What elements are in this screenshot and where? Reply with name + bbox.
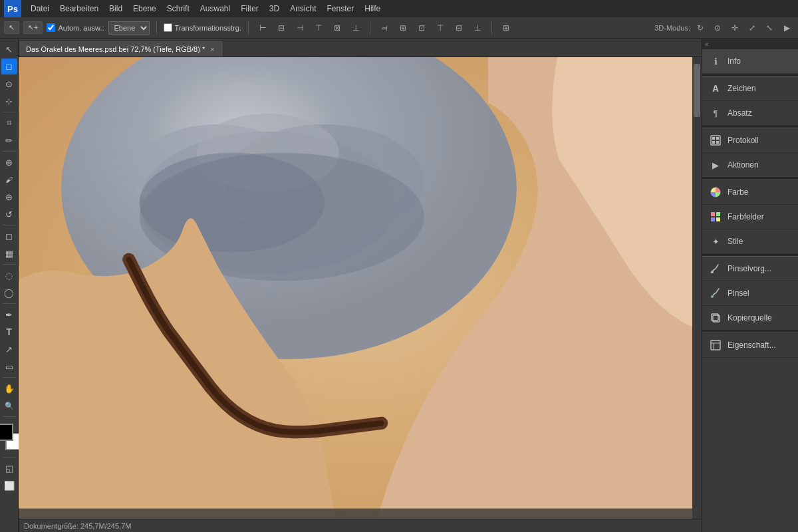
align-bottom-icon[interactable]: ⊥	[348, 21, 363, 35]
magic-wand-tool[interactable]: ⊹	[1, 93, 17, 109]
3d-pan-icon[interactable]: ✛	[728, 21, 742, 35]
tool-sep-5	[3, 303, 16, 304]
distribute-center-v-icon[interactable]: ⊟	[452, 21, 466, 35]
auto-select-input[interactable]	[47, 23, 55, 32]
menu-hilfe[interactable]: Hilfe	[359, 2, 386, 15]
marquee-tool[interactable]: □	[1, 59, 17, 74]
select-all-btn[interactable]: ↖+	[23, 21, 43, 34]
tool-sep-3	[3, 225, 16, 225]
distribute-bottom-icon[interactable]: ⊥	[470, 21, 485, 35]
status-text: Dokumentgröße: 245,7M/245,7M	[24, 522, 131, 530]
menu-ansicht[interactable]: Ansicht	[285, 2, 321, 15]
scrollbar-thumb[interactable]	[694, 64, 700, 117]
quick-mask-btn[interactable]: ◱	[1, 460, 17, 476]
panel-expand-icon[interactable]: «	[705, 41, 709, 48]
vertical-scrollbar[interactable]	[692, 57, 702, 519]
farbe-icon	[709, 186, 722, 199]
crop-tool[interactable]: ⌗	[1, 115, 17, 131]
svg-rect-16	[711, 212, 715, 216]
tab-close-btn[interactable]: ×	[210, 45, 214, 53]
canvas-tab[interactable]: Das Orakel des Meeres.psd bei 72,7% (Tie…	[19, 41, 223, 57]
screen-mode-btn[interactable]: ⬜	[1, 477, 17, 493]
align-top-icon[interactable]: ⊤	[311, 21, 326, 35]
panel-label-protokoll: Protokoll	[728, 136, 759, 145]
move-tool-btn[interactable]: ↖	[4, 21, 19, 34]
hand-tool[interactable]: ✋	[1, 380, 17, 396]
tool-sep-7	[3, 416, 16, 417]
panel-item-pinselvorg[interactable]: Pinselvorg...	[702, 257, 798, 281]
brush-tool[interactable]: 🖌	[1, 172, 17, 188]
panel-item-kopierquelle[interactable]: Kopierquelle	[702, 306, 798, 331]
history-brush-tool[interactable]: ↺	[1, 206, 17, 222]
clone-stamp-tool[interactable]: ⊕	[1, 189, 17, 205]
move-tool[interactable]: ↖	[1, 41, 17, 57]
pinsel-icon	[709, 287, 722, 300]
svg-rect-24	[711, 340, 720, 350]
panel-item-zeichen[interactable]: A Zeichen	[702, 76, 798, 101]
align-right-icon[interactable]: ⊣	[293, 21, 307, 35]
distribute-left-icon[interactable]: ⫤	[377, 21, 392, 35]
align-center-h-icon[interactable]: ⊟	[274, 21, 289, 35]
menu-3d[interactable]: 3D	[264, 2, 285, 15]
menu-datei[interactable]: Datei	[25, 2, 55, 15]
gradient-tool[interactable]: ▦	[1, 245, 17, 261]
divider-2	[248, 21, 249, 35]
3d-scale-icon[interactable]: ⤡	[762, 21, 777, 35]
options-bar: ↖ ↖+ Autom. ausw.: Ebene Transformations…	[0, 17, 798, 39]
3d-slide-icon[interactable]: ⤢	[745, 21, 759, 35]
path-select-tool[interactable]: ↗	[1, 341, 17, 357]
shape-tool[interactable]: ▭	[1, 358, 17, 374]
eraser-tool[interactable]: ◻	[1, 228, 17, 244]
divider-1	[156, 21, 157, 35]
panel-item-eigenschaft[interactable]: Eigenschaft...	[702, 333, 798, 358]
panel-item-farbfelder[interactable]: Farbfelder	[702, 205, 798, 229]
foreground-color-box[interactable]	[0, 424, 13, 441]
panel-item-info[interactable]: ℹ Info	[702, 49, 798, 74]
panel-label-stile: Stile	[728, 237, 743, 246]
transform-input[interactable]	[164, 23, 172, 32]
panel-collapse-bar: «	[702, 39, 798, 49]
3d-rotate-icon[interactable]: ↻	[693, 21, 708, 35]
dodge-tool[interactable]: ◯	[1, 285, 17, 301]
panel-item-protokoll[interactable]: Protokoll	[702, 128, 798, 153]
distribute-center-h-icon[interactable]: ⊞	[396, 21, 410, 35]
info-icon: ℹ	[709, 55, 722, 68]
pen-tool[interactable]: ✒	[1, 307, 17, 323]
menu-schrift[interactable]: Schrift	[162, 2, 195, 15]
3d-roll-icon[interactable]: ⊙	[710, 21, 725, 35]
menu-bearbeiten[interactable]: Bearbeiten	[55, 2, 104, 15]
arrange-icon[interactable]: ⊞	[499, 21, 513, 35]
eigenschaft-icon	[709, 338, 722, 352]
panel-label-pinselvorg: Pinselvorg...	[728, 264, 771, 273]
menu-ebene[interactable]: Ebene	[128, 2, 162, 15]
menu-auswahl[interactable]: Auswahl	[195, 2, 235, 15]
3d-video-icon[interactable]: ▶	[779, 21, 794, 35]
menu-filter[interactable]: Filter	[235, 2, 264, 15]
kopierquelle-icon	[709, 311, 722, 325]
lasso-tool[interactable]: ⊙	[1, 76, 17, 92]
align-center-v-icon[interactable]: ⊠	[330, 21, 344, 35]
canvas-wrapper[interactable]	[19, 57, 702, 519]
align-left-icon[interactable]: ⊢	[255, 21, 270, 35]
svg-point-20	[711, 271, 714, 273]
transform-checkbox[interactable]: Transformationsstrg.	[164, 23, 241, 32]
photoshop-logo: Ps	[4, 0, 21, 17]
artwork	[19, 57, 702, 519]
panel-item-pinsel[interactable]: Pinsel	[702, 281, 798, 306]
menu-bild[interactable]: Bild	[104, 2, 128, 15]
panel-item-absatz[interactable]: ¶ Absatz	[702, 101, 798, 126]
distribute-right-icon[interactable]: ⊡	[414, 21, 429, 35]
type-tool[interactable]: T	[1, 324, 17, 340]
menu-fenster[interactable]: Fenster	[322, 2, 360, 15]
panel-item-stile[interactable]: ✦ Stile	[702, 229, 798, 254]
eyedropper-tool[interactable]: ✏	[1, 132, 17, 148]
zoom-tool[interactable]: 🔍	[1, 398, 17, 414]
3d-mode-section: 3D-Modus: ↻ ⊙ ✛ ⤢ ⤡ ▶	[654, 21, 794, 35]
blur-tool[interactable]: ◌	[1, 267, 17, 283]
spot-heal-tool[interactable]: ⊕	[1, 154, 17, 170]
auto-select-checkbox[interactable]: Autom. ausw.:	[47, 23, 104, 32]
panel-item-farbe[interactable]: Farbe	[702, 180, 798, 205]
panel-item-aktionen[interactable]: ▶ Aktionen	[702, 153, 798, 178]
distribute-top-icon[interactable]: ⊤	[433, 21, 448, 35]
auto-select-dropdown[interactable]: Ebene	[108, 21, 150, 35]
